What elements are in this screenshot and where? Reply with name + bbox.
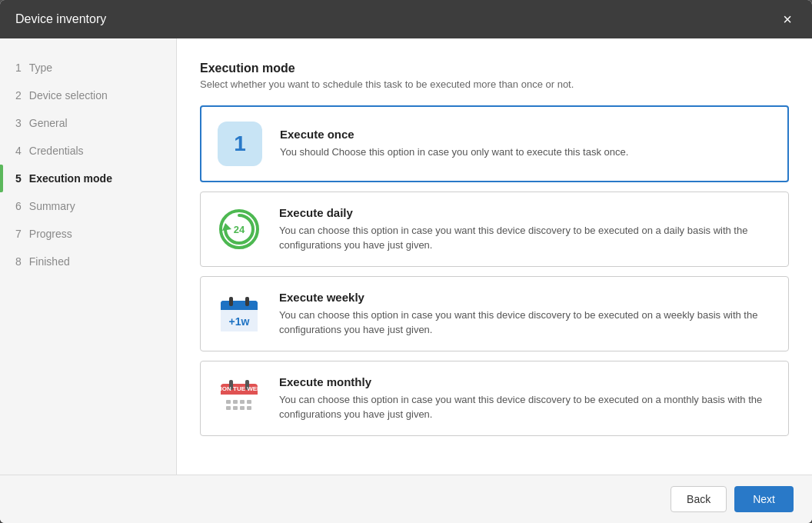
back-button[interactable]: Back bbox=[671, 486, 727, 512]
modal-title: Device inventory bbox=[15, 12, 106, 26]
sidebar-item-label: General bbox=[29, 117, 68, 129]
svg-rect-19 bbox=[240, 400, 245, 404]
sidebar-item-type[interactable]: 1Type bbox=[0, 54, 176, 82]
option-card-weekly[interactable]: +1w Execute weekly You can choose this o… bbox=[200, 276, 789, 351]
option-desc-daily: You can choose this option in case you w… bbox=[279, 223, 774, 253]
option-icon-once: 1 bbox=[215, 119, 265, 168]
close-button[interactable]: × bbox=[778, 8, 797, 30]
section-subtitle: Select whether you want to schedule this… bbox=[200, 78, 789, 90]
sidebar-item-summary[interactable]: 6Summary bbox=[0, 192, 176, 220]
main-content: Execution mode Select whether you want t… bbox=[177, 38, 812, 475]
step-number: 4 bbox=[15, 145, 22, 157]
svg-rect-17 bbox=[226, 400, 231, 404]
modal-body: 1Type2Device selection3General4Credentia… bbox=[0, 38, 812, 475]
svg-rect-22 bbox=[233, 406, 238, 410]
svg-rect-18 bbox=[233, 400, 238, 404]
option-icon-monthly: MON TUE WED bbox=[215, 374, 264, 423]
step-number: 2 bbox=[15, 89, 22, 102]
option-title-daily: Execute daily bbox=[279, 206, 774, 219]
svg-text:MON TUE WED: MON TUE WED bbox=[218, 385, 260, 392]
device-inventory-modal: Device inventory × 1Type2Device selectio… bbox=[0, 0, 812, 523]
sidebar-item-label: Credentials bbox=[29, 145, 84, 157]
svg-text:+1w: +1w bbox=[229, 315, 250, 328]
option-card-monthly[interactable]: MON TUE WED Execute monthly You can choo… bbox=[200, 361, 789, 436]
next-button[interactable]: Next bbox=[734, 486, 794, 512]
option-text-once: Execute once You should Choose this opti… bbox=[280, 128, 628, 160]
sidebar-item-finished[interactable]: 8Finished bbox=[0, 248, 176, 275]
monthly-icon: MON TUE WED bbox=[217, 376, 261, 421]
step-number: 8 bbox=[15, 255, 22, 268]
daily-icon: 24 bbox=[217, 207, 261, 252]
sidebar: 1Type2Device selection3General4Credentia… bbox=[0, 38, 177, 475]
svg-rect-9 bbox=[245, 297, 249, 306]
once-icon: 1 bbox=[218, 122, 262, 166]
step-number: 5 bbox=[15, 172, 22, 185]
option-title-monthly: Execute monthly bbox=[279, 375, 774, 388]
option-desc-once: You should Choose this option in case yo… bbox=[280, 145, 628, 160]
sidebar-item-general[interactable]: 3General bbox=[0, 109, 176, 137]
svg-rect-24 bbox=[247, 406, 251, 410]
sidebar-item-label: Type bbox=[29, 62, 52, 74]
option-text-weekly: Execute weekly You can choose this optio… bbox=[279, 291, 774, 338]
modal-header: Device inventory × bbox=[0, 0, 812, 38]
option-text-daily: Execute daily You can choose this option… bbox=[279, 206, 774, 253]
svg-marker-1 bbox=[222, 223, 231, 231]
sidebar-item-device-selection[interactable]: 2Device selection bbox=[0, 82, 176, 109]
sidebar-item-execution-mode[interactable]: 5Execution mode bbox=[0, 165, 176, 192]
sidebar-item-label: Execution mode bbox=[29, 172, 112, 185]
option-desc-monthly: You can choose this option in case you w… bbox=[279, 392, 774, 422]
sidebar-item-progress[interactable]: 7Progress bbox=[0, 220, 176, 248]
option-text-monthly: Execute monthly You can choose this opti… bbox=[279, 375, 774, 422]
modal-footer: Back Next bbox=[0, 475, 812, 523]
step-number: 1 bbox=[15, 62, 22, 74]
sidebar-item-label: Summary bbox=[29, 200, 75, 212]
options-list: 1 Execute once You should Choose this op… bbox=[200, 105, 789, 459]
weekly-icon: +1w bbox=[217, 291, 261, 336]
option-card-daily[interactable]: 24 Execute daily You can choose this opt… bbox=[200, 192, 789, 267]
option-title-once: Execute once bbox=[280, 128, 628, 141]
sidebar-item-label: Progress bbox=[29, 228, 72, 240]
svg-rect-8 bbox=[229, 297, 233, 306]
sidebar-item-label: Finished bbox=[29, 255, 70, 268]
step-number: 7 bbox=[15, 228, 22, 240]
option-title-weekly: Execute weekly bbox=[279, 291, 774, 304]
section-title: Execution mode bbox=[200, 62, 789, 75]
sidebar-item-label: Device selection bbox=[29, 89, 108, 102]
option-icon-weekly: +1w bbox=[215, 289, 264, 338]
sidebar-item-credentials[interactable]: 4Credentials bbox=[0, 137, 176, 165]
step-number: 6 bbox=[15, 200, 22, 212]
step-number: 3 bbox=[15, 117, 22, 129]
svg-rect-20 bbox=[247, 400, 251, 404]
option-desc-weekly: You can choose this option in case you w… bbox=[279, 308, 774, 338]
svg-rect-23 bbox=[240, 406, 245, 410]
svg-rect-14 bbox=[221, 395, 258, 416]
option-card-once[interactable]: 1 Execute once You should Choose this op… bbox=[200, 105, 789, 182]
svg-text:24: 24 bbox=[234, 224, 245, 235]
svg-rect-21 bbox=[226, 406, 231, 410]
option-icon-daily: 24 bbox=[215, 205, 264, 254]
